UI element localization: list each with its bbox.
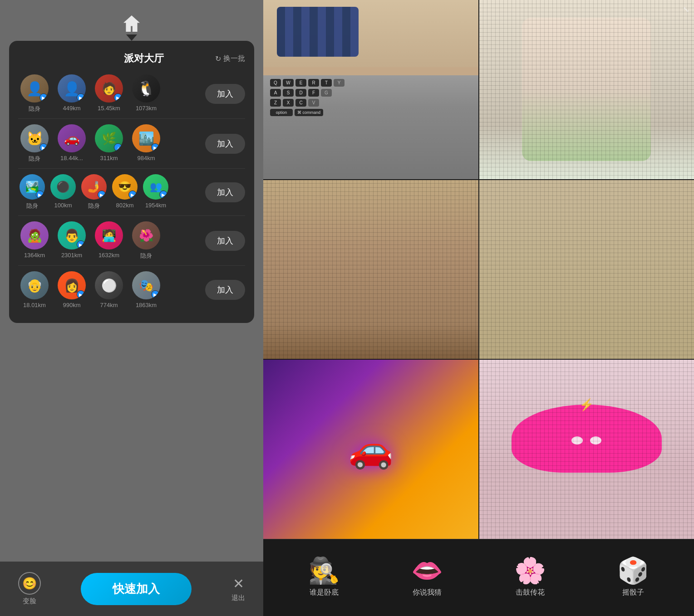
flower-label: 击鼓传花 — [516, 588, 545, 597]
key-d: D — [295, 89, 306, 97]
avatar-item: 🧑‍💻 1632km — [93, 221, 125, 260]
avatar-item: 🌿 ♪ 311km — [93, 124, 125, 163]
avatar-item: ⚫ 100km — [49, 174, 77, 210]
avatar-label: 隐身 — [140, 252, 152, 260]
avatar-circle: 🌿 ♪ — [95, 124, 123, 152]
card-title: 派对大厅 — [73, 52, 215, 65]
avatar-item: 👩 ▶ 990km — [55, 271, 88, 308]
video-cell-4 — [479, 180, 694, 359]
avatar-circle: 🏙️ ▶ — [132, 124, 160, 152]
bottom-bar: 😊 变脸 快速加入 ✕ 退出 — [0, 562, 263, 616]
avatar-item: ⚪ 774km — [93, 271, 125, 308]
face-change-button[interactable]: 😊 变脸 — [18, 572, 41, 606]
keyboard-area: Q W E R T Y A S D F G Z X C — [263, 75, 478, 179]
key-z: Z — [270, 99, 281, 107]
key-g: G — [321, 89, 332, 97]
keyboard-row: Z X C V — [270, 99, 472, 107]
avatar-label: 2301km — [61, 252, 82, 259]
spy-label: 谁是卧底 — [310, 588, 339, 597]
avatar-item: 🏞️ ▶ 隐身 — [18, 174, 46, 210]
avatar-label: 100km — [54, 202, 72, 209]
pixelated-overlay — [263, 180, 478, 359]
avatar-label: 990km — [63, 302, 80, 308]
avatar-label: 18.44k... — [60, 155, 83, 161]
avatar-item: 🤳 ▶ 隐身 — [80, 174, 108, 210]
exit-button[interactable]: ✕ 退出 — [231, 576, 245, 602]
game-button-dice[interactable]: 🎲 摇骰子 — [582, 558, 685, 597]
face-label: 变脸 — [23, 597, 36, 606]
pixelated-overlay — [479, 360, 694, 539]
avatar-item: 👤 ▶ 449km — [55, 74, 88, 113]
key-command: ⌘ command — [295, 109, 323, 116]
keyboard-row: A S D F G — [270, 89, 472, 97]
pixelated-overlay — [479, 180, 694, 359]
avatar-label: 隐身 — [29, 105, 40, 113]
lips-icon: 👄 — [411, 558, 443, 583]
avatar-circle: 🧑 ▶ — [95, 74, 123, 103]
refresh-icon: ↻ — [215, 54, 221, 63]
home-icon-top[interactable] — [121, 13, 143, 34]
room-row-2: 🐱 ▶ 隐身 🚗 18.44k... 🌿 ♪ 311km — [18, 124, 245, 169]
avatar-label: 1364km — [24, 252, 45, 259]
avatar-circle: 👥 ▶ — [143, 174, 168, 200]
party-hall-card: 派对大厅 ↻ 换一批 👤 ▶ 隐身 👤 ▶ — [9, 41, 254, 323]
key-v: V — [308, 99, 319, 107]
quick-join-button[interactable]: 快速加入 — [81, 573, 192, 605]
avatar-item: 🐧 1073km — [130, 74, 162, 113]
avatar-label: 隐身 — [26, 202, 38, 210]
avatar-circle: 👴 — [20, 271, 49, 299]
pixel-mask — [277, 7, 359, 57]
keyboard-row: Q W E R T Y — [270, 79, 472, 87]
avatar-circle: 🐱 ▶ — [20, 124, 49, 152]
exit-icon: ✕ — [233, 576, 244, 592]
home-shape — [123, 15, 140, 32]
video-cell-6: ⚡ — [479, 360, 694, 539]
avatar-item: 🌺 隐身 — [130, 221, 162, 260]
key-c: C — [295, 99, 306, 107]
room-row-4: 🧟 1364km 👨 ▶ 2301km 🧑‍💻 1632km — [18, 221, 245, 266]
key-s: S — [283, 89, 294, 97]
avatar-circle: 😎 ▶ — [112, 174, 138, 200]
key-y: Y — [334, 79, 345, 87]
avatar-badge: ♪ — [114, 143, 122, 152]
refresh-button[interactable]: ↻ 换一批 — [215, 54, 245, 64]
avatar-circle: ⚪ — [95, 271, 123, 299]
avatar-circle: 🧟 — [20, 221, 49, 249]
game-buttons-bar: 🕵️ 谁是卧底 👄 你说我猜 🌸 击鼓传花 🎲 摇骰子 — [263, 539, 694, 616]
join-button-1[interactable]: 加入 — [205, 84, 245, 104]
keyboard-row: option ⌘ command — [270, 109, 472, 116]
video-cell-5: 🚗 — [263, 360, 478, 539]
join-button-3[interactable]: 加入 — [205, 182, 245, 202]
avatars-group-1: 👤 ▶ 隐身 👤 ▶ 449km 🧑 ▶ — [18, 74, 201, 113]
dice-icon: 🎲 — [617, 558, 649, 583]
join-button-4[interactable]: 加入 — [205, 231, 245, 251]
game-button-flower[interactable]: 🌸 击鼓传花 — [479, 558, 582, 597]
avatar-circle: 🧑‍💻 — [95, 221, 123, 249]
join-button-2[interactable]: 加入 — [205, 134, 245, 154]
video-cell-3 — [263, 180, 478, 359]
face-icon: 😊 — [18, 572, 41, 595]
room-row-5: 👴 18.01km 👩 ▶ 990km ⚪ 774km — [18, 271, 245, 314]
avatars-group-3: 🏞️ ▶ 隐身 ⚫ 100km 🤳 ▶ 隐身 — [18, 174, 201, 210]
key-w: W — [283, 79, 294, 87]
avatar-badge: ▶ — [77, 240, 85, 249]
avatar-item: 😎 ▶ 802km — [111, 174, 139, 210]
avatar-circle: ⚫ — [50, 174, 76, 200]
join-button-5[interactable]: 加入 — [205, 280, 245, 300]
avatar-badge: ▶ — [151, 290, 159, 298]
avatar-circle: 🎭 ▶ — [132, 271, 160, 299]
avatar-circle: 👩 ▶ — [58, 271, 86, 299]
key-f: F — [308, 89, 319, 97]
avatar-label: 774km — [100, 302, 118, 308]
game-button-guess[interactable]: 👄 你说我猜 — [375, 558, 478, 597]
avatar-badge: ▶ — [77, 290, 85, 298]
avatar-item: 👨 ▶ 2301km — [55, 221, 88, 260]
key-t: T — [321, 79, 332, 87]
avatar-badge: ▶ — [39, 93, 48, 102]
game-button-spy[interactable]: 🕵️ 谁是卧底 — [272, 558, 375, 597]
dice-label: 摇骰子 — [622, 588, 644, 597]
avatar-badge: ▶ — [151, 143, 159, 152]
video-cell-2: ⤡ — [479, 0, 694, 179]
avatar-badge: ▶ — [98, 191, 106, 199]
avatar-label: 18.01km — [23, 302, 46, 308]
